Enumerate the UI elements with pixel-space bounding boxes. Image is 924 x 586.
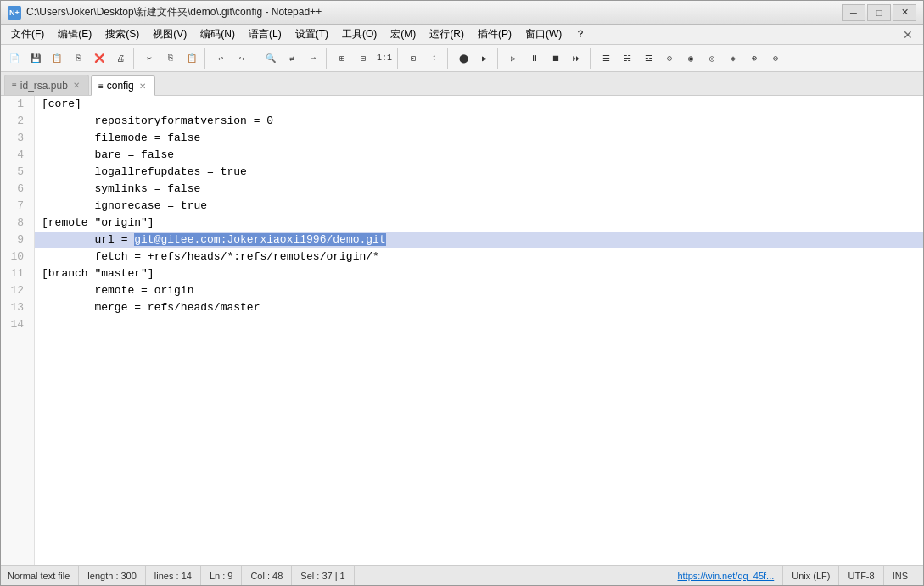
code-line-2: repositoryformatversion = 0	[35, 113, 923, 130]
minimize-button[interactable]: ─	[842, 4, 865, 21]
redo-btn[interactable]: ↪	[232, 48, 252, 69]
menu-item-window[interactable]: 窗口(W)	[518, 25, 568, 43]
menu-item-file[interactable]: 文件(F)	[4, 25, 51, 43]
menu-item-run[interactable]: 运行(R)	[423, 25, 471, 43]
line-number-14: 14	[1, 316, 29, 333]
tab-config[interactable]: ≡config✕	[91, 75, 155, 96]
status-link[interactable]: https://win.net/qq_45f...	[669, 571, 783, 581]
extra3-btn[interactable]: ☲	[638, 48, 658, 69]
run4-btn[interactable]: ⏭	[567, 48, 587, 69]
cut-btn[interactable]: ✂	[139, 48, 160, 69]
code-line-9: url = git@gitee.com:Jokerxiaoxi1996/demo…	[35, 232, 923, 248]
tab-close-button[interactable]: ✕	[139, 81, 146, 91]
code-line-14	[35, 316, 923, 333]
code-line-8: [remote "origin"]	[35, 215, 923, 232]
toolbar-separator	[204, 48, 208, 69]
status-ln: Ln : 9	[201, 566, 243, 585]
tab-file-icon: ≡	[12, 81, 17, 90]
undo-btn[interactable]: ↩	[210, 48, 231, 69]
run1-btn[interactable]: ▷	[503, 48, 524, 69]
line-number-1: 1	[1, 96, 29, 113]
status-line-ending: Unix (LF)	[782, 566, 838, 585]
window-controls: ─ □ ✕	[842, 4, 916, 21]
close-btn[interactable]: ❌	[89, 48, 109, 69]
extra5-btn[interactable]: ◉	[680, 48, 701, 69]
menu-item-language[interactable]: 语言(L)	[242, 25, 288, 43]
toolbar: 📄💾📋⎘❌🖨✂⎘📋↩↪🔍⇄→⊞⊟1:1⊡↕⬤▶▷⏸⏹⏭☰☵☲⊙◉◎◈⊛⊜	[1, 45, 923, 72]
menu-item-edit[interactable]: 编辑(E)	[51, 25, 98, 43]
title-bar: N+ C:\Users\Joker\Desktop\新建文件夹\demo\.gi…	[1, 1, 923, 25]
menu-item-encode[interactable]: 编码(N)	[193, 25, 242, 43]
extra1-btn[interactable]: ☰	[596, 48, 616, 69]
code-line-7: ignorecase = true	[35, 198, 923, 215]
code-content[interactable]: [core] repositoryformatversion = 0 filem…	[35, 96, 923, 565]
find-btn[interactable]: 🔍	[260, 48, 281, 69]
extra2-btn[interactable]: ☵	[617, 48, 637, 69]
code-selected-text: git@gitee.com:Jokerxiaoxi1996/demo.git	[134, 233, 385, 246]
menu-item-search[interactable]: 搜索(S)	[98, 25, 146, 43]
menu-item-settings[interactable]: 设置(T)	[288, 25, 335, 43]
code-line-3: filemode = false	[35, 130, 923, 147]
menu-bar: 文件(F)编辑(E)搜索(S)视图(V)编码(N)语言(L)设置(T)工具(O)…	[1, 25, 923, 45]
save-btn[interactable]: 💾	[25, 48, 46, 69]
extra7-btn[interactable]: ◈	[723, 48, 743, 69]
tab-bar: ≡id_rsa.pub✕≡config✕	[1, 72, 923, 96]
find-replace-btn[interactable]: ⇄	[282, 48, 302, 69]
toolbar-separator	[447, 48, 451, 69]
zoom-out-btn[interactable]: ⊟	[353, 48, 373, 69]
extra9-btn[interactable]: ⊜	[765, 48, 786, 69]
code-line-10: fetch = +refs/heads/*:refs/remotes/origi…	[35, 248, 923, 265]
macro1-btn[interactable]: ⬤	[453, 48, 473, 69]
go-btn[interactable]: →	[303, 48, 323, 69]
line-number-3: 3	[1, 130, 29, 147]
status-sel: Sel : 37 | 1	[292, 566, 354, 585]
line-number-6: 6	[1, 181, 29, 198]
zoom-in-btn[interactable]: ⊞	[332, 48, 352, 69]
title-text: C:\Users\Joker\Desktop\新建文件夹\demo\.git\c…	[26, 5, 842, 20]
line-numbers: 1234567891011121314	[1, 96, 35, 565]
zoom-reset-btn[interactable]: 1:1	[374, 48, 395, 69]
paste-btn[interactable]: 📋	[182, 48, 202, 69]
code-text: url =	[42, 233, 134, 246]
menu-close-icon[interactable]: ✕	[896, 26, 920, 43]
wrap-btn[interactable]: ⊡	[403, 48, 423, 69]
line-number-10: 10	[1, 248, 29, 265]
line-number-11: 11	[1, 265, 29, 282]
app-icon: N+	[8, 6, 21, 20]
menu-item-plugin[interactable]: 插件(P)	[471, 25, 518, 43]
collapse-btn[interactable]: ↕	[424, 48, 445, 69]
status-col: Col : 48	[242, 566, 292, 585]
print-btn[interactable]: 🖨	[110, 48, 131, 69]
status-length: length : 300	[79, 566, 146, 585]
toolbar-separator	[255, 48, 258, 69]
menu-item-macro[interactable]: 宏(M)	[384, 25, 423, 43]
tab-label: config	[107, 80, 134, 92]
run2-btn[interactable]: ⏸	[524, 48, 545, 69]
code-line-11: [branch "master"]	[35, 265, 923, 282]
line-number-9: 9	[1, 232, 29, 248]
menu-item-tools[interactable]: 工具(O)	[335, 25, 384, 43]
toolbar-separator	[326, 48, 329, 69]
run3-btn[interactable]: ⏹	[546, 48, 566, 69]
line-number-12: 12	[1, 282, 29, 299]
save-all-btn[interactable]: ⎘	[68, 48, 88, 69]
menu-item-help[interactable]: ？	[568, 25, 592, 43]
menu-item-view[interactable]: 视图(V)	[146, 25, 193, 43]
maximize-button[interactable]: □	[867, 4, 891, 21]
open-btn[interactable]: 📋	[47, 48, 67, 69]
line-number-7: 7	[1, 198, 29, 215]
extra8-btn[interactable]: ⊛	[744, 48, 764, 69]
extra6-btn[interactable]: ◎	[702, 48, 722, 69]
code-line-12: remote = origin	[35, 282, 923, 299]
tab-id_rsa[interactable]: ≡id_rsa.pub✕	[4, 75, 89, 95]
tab-close-button[interactable]: ✕	[73, 81, 80, 90]
code-line-1: [core]	[35, 96, 923, 113]
extra4-btn[interactable]: ⊙	[659, 48, 680, 69]
code-line-4: bare = false	[35, 147, 923, 164]
line-number-8: 8	[1, 215, 29, 232]
new-btn[interactable]: 📄	[4, 48, 25, 69]
copy-btn[interactable]: ⎘	[160, 48, 181, 69]
macro2-btn[interactable]: ▶	[474, 48, 495, 69]
close-button[interactable]: ✕	[893, 4, 916, 21]
code-line-13: merge = refs/heads/master	[35, 299, 923, 316]
